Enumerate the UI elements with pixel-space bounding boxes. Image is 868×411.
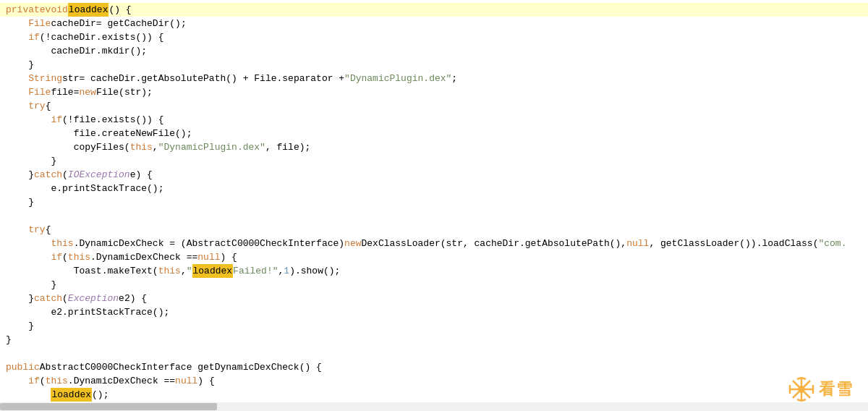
indent [6, 374, 28, 388]
plain-span: (!cacheDir.exists()) { [40, 30, 164, 44]
code-line: this .DynamicDexCheck = (AbstractC0000Ch… [0, 237, 868, 250]
indent [6, 223, 28, 237]
plain-span: ( [40, 374, 46, 388]
string-span: "DynamicPlugin.dex" [158, 140, 265, 154]
indent [6, 17, 28, 30]
this-keyword: this [158, 264, 181, 278]
indent [6, 388, 51, 402]
string-span: "com. [818, 237, 846, 250]
code-line: } [0, 278, 868, 292]
plain-span: e2) { [119, 292, 147, 305]
code-line: copyFiles( this , "DynamicPlugin.dex" , … [0, 140, 868, 154]
loaddex-highlight: loaddex [192, 264, 234, 278]
plain-span: ) { [221, 250, 237, 264]
plain-span: (); [92, 388, 109, 402]
keyword-span: try [28, 99, 45, 113]
plain-span [6, 347, 12, 360]
indent [6, 278, 51, 292]
plain-span: file.createNewFile(); [74, 127, 192, 140]
scrollbar-thumb[interactable] [0, 403, 217, 410]
code-line: e.printStackTrace(); [0, 182, 868, 195]
keyword-span: private [6, 3, 46, 17]
keyword-span: if [51, 250, 62, 264]
keyword-span: catch [34, 168, 62, 182]
var-span: cacheDir [51, 17, 95, 30]
plain-span: = [74, 85, 80, 99]
plain-span: .DynamicDexCheck == [68, 374, 175, 388]
code-line: try { [0, 99, 868, 113]
plain-span: ).show(); [289, 264, 340, 278]
method-highlight: loaddex [68, 3, 109, 17]
plain-span: File(str); [96, 85, 153, 99]
keyword-span: new [79, 85, 95, 99]
plain-span: ( [62, 168, 68, 182]
keyword-span: null [197, 250, 220, 264]
number-span: 1 [284, 264, 289, 278]
code-line: } [0, 333, 868, 347]
code-line: try { [0, 223, 868, 237]
code-line: File file = new File(str); [0, 85, 868, 99]
plain-span: e) { [130, 168, 153, 182]
plain-span: } [28, 168, 34, 182]
plain-span: } [51, 154, 56, 168]
indent [6, 195, 28, 209]
code-line: if ( this .DynamicDexCheck == null ) { [0, 250, 868, 264]
indent [6, 305, 51, 319]
this-keyword: this [46, 374, 68, 388]
plain-span [6, 209, 12, 223]
plain-span: } [28, 195, 34, 209]
plain-span: ) { [197, 374, 214, 388]
indent [6, 168, 28, 182]
indent [6, 154, 51, 168]
var-span: str [62, 72, 79, 85]
type-span: File [28, 85, 51, 99]
plain-span: } [6, 333, 12, 347]
code-line: private void loaddex () { [0, 3, 868, 17]
indent [6, 127, 74, 140]
watermark-label: 看雪 [819, 378, 854, 400]
exception-span: Exception [68, 292, 119, 305]
this-keyword: this [51, 237, 73, 250]
indent [6, 250, 51, 264]
keyword-span: null [626, 237, 649, 250]
code-line: e2.printStackTrace(); [0, 305, 868, 319]
string-span: " [187, 264, 192, 278]
plain-span: () { [109, 3, 131, 17]
code-line: loaddex (); [0, 388, 868, 402]
code-line: cacheDir.mkdir(); [0, 44, 868, 58]
plain-span: DexClassLoader(str, cacheDir.getAbsolute… [362, 237, 627, 250]
plain-span: } [28, 58, 34, 72]
code-line [0, 347, 868, 360]
code-line: if ( this .DynamicDexCheck == null ) { [0, 374, 868, 388]
plain-span: ( [62, 292, 68, 305]
keyword-span: if [28, 30, 40, 44]
plain-span: , [153, 140, 158, 154]
plain-span: , getClassLoader()).loadClass( [649, 237, 818, 250]
indent [6, 113, 51, 127]
keyword-span: if [28, 374, 40, 388]
code-area: private void loaddex () { File cacheDir … [0, 0, 868, 411]
indent [6, 72, 28, 85]
keyword-span: try [28, 223, 45, 237]
code-line: file.createNewFile(); [0, 127, 868, 140]
type-span: File [28, 17, 51, 30]
indent [6, 85, 28, 99]
plain-span: ( [62, 250, 68, 264]
horizontal-scrollbar[interactable] [0, 402, 868, 411]
plain-span: e.printStackTrace(); [51, 182, 163, 195]
code-line: Toast.makeText( this , " loaddex Failed!… [0, 264, 868, 278]
code-line [0, 209, 868, 223]
code-line: if (!cacheDir.exists()) { [0, 30, 868, 44]
code-line: } [0, 195, 868, 209]
indent [6, 58, 28, 72]
code-line: } [0, 319, 868, 333]
code-line: if (!file.exists()) { [0, 113, 868, 127]
this-keyword: this [68, 250, 90, 264]
plain-span: } [28, 319, 34, 333]
indent [6, 99, 28, 113]
indent [6, 292, 28, 305]
var-span: file [51, 85, 73, 99]
plain-span: copyFiles( [74, 140, 130, 154]
watermark: 看雪 [787, 375, 854, 404]
code-line: File cacheDir = getCacheDir(); [0, 17, 868, 30]
